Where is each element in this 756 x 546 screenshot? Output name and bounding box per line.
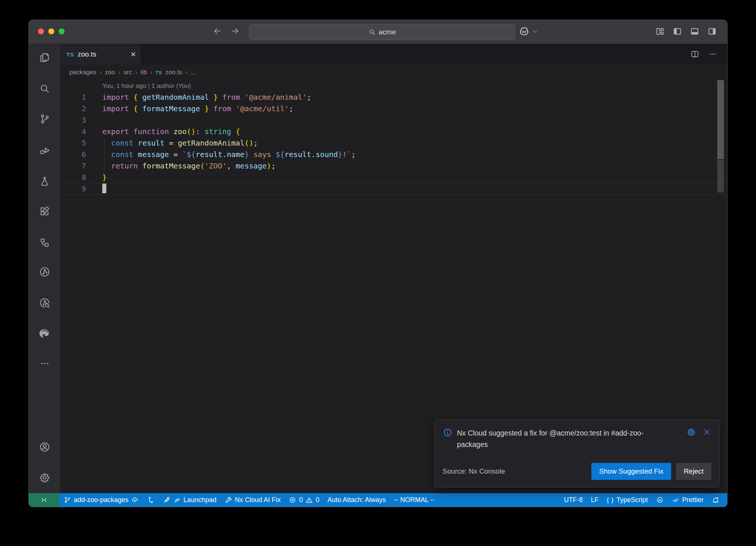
- activity-item-extensions[interactable]: [39, 205, 51, 217]
- status-item-language-mode[interactable]: { }TypeScript: [603, 493, 652, 507]
- status-item-label: Nx Cloud AI Fix: [235, 496, 281, 504]
- customize-layout-icon[interactable]: [655, 27, 665, 36]
- activity-item-settings[interactable]: [39, 472, 51, 484]
- toggle-sidebar-left-icon[interactable]: [673, 27, 682, 36]
- activity-item-project-structure[interactable]: [39, 237, 51, 249]
- typescript-file-icon: TS: [155, 70, 162, 75]
- activity-item-nx-console[interactable]: [39, 266, 51, 278]
- activity-item-explorer[interactable]: [39, 52, 51, 64]
- status-item-notifications-bell[interactable]: [708, 493, 724, 507]
- status-item-encoding[interactable]: UTF-8: [560, 493, 587, 507]
- activity-item-edge-tools[interactable]: [39, 328, 51, 339]
- status-bar: add-zoo-packagesLaunchpadNx Cloud AI Fix…: [29, 493, 727, 507]
- line-number: 7: [60, 160, 86, 172]
- notification-toast: Nx Cloud suggested a fix for @acme/zoo:t…: [434, 420, 720, 488]
- breadcrumb-item--[interactable]: ...: [191, 69, 196, 76]
- status-item-problems[interactable]: 00: [285, 493, 323, 507]
- status-item-copilot-status[interactable]: [652, 493, 668, 507]
- activity-item-nx-cloud[interactable]: [39, 297, 51, 309]
- zoom-button[interactable]: [59, 28, 65, 34]
- breadcrumb-item-zoo-ts[interactable]: zoo.ts: [165, 69, 182, 76]
- double-check-icon: [672, 496, 680, 504]
- notification-close-icon[interactable]: [702, 427, 711, 437]
- warning-count: 0: [316, 496, 319, 504]
- line-number: 2: [60, 103, 86, 115]
- show-suggested-fix-button[interactable]: Show Suggested Fix: [591, 463, 671, 480]
- copilot-icon[interactable]: [518, 25, 530, 37]
- error-icon: [289, 496, 296, 504]
- tab-strip: TS zoo.ts ×: [60, 44, 727, 65]
- status-item-branch[interactable]: add-zoo-packages: [59, 493, 143, 507]
- code-line-3: 3: [60, 115, 727, 126]
- search-value: acme: [379, 28, 396, 36]
- minimize-button[interactable]: [48, 28, 54, 34]
- toggle-panel-icon[interactable]: [690, 27, 700, 36]
- braces-icon: { }: [607, 496, 614, 504]
- breadcrumb-separator: ›: [135, 69, 137, 76]
- code-line-2: 2import { formatMessage } from '@acme/ut…: [60, 103, 727, 115]
- tab-close-icon[interactable]: ×: [131, 50, 136, 59]
- copilot-menu[interactable]: [518, 25, 538, 37]
- toggle-sidebar-right-icon[interactable]: [707, 27, 717, 36]
- forward-button[interactable]: [230, 26, 240, 36]
- breadcrumb-item-zoo[interactable]: zoo: [105, 69, 115, 76]
- status-item-label: Prettier: [682, 496, 704, 504]
- warning-icon: [305, 496, 313, 504]
- code-line-9: 9: [60, 183, 727, 195]
- remote-indicator[interactable]: [29, 493, 59, 507]
- line-number: 6: [60, 149, 86, 160]
- breadcrumb-separator: ›: [118, 69, 120, 76]
- status-item-label: LF: [591, 496, 599, 504]
- status-item-label: Auto Attach: Always: [327, 496, 386, 504]
- notification-source: Source: Nx Console: [443, 467, 505, 475]
- code-line-7: 7 return formatMessage('ZOO', message);: [60, 160, 727, 172]
- notification-settings-icon[interactable]: [687, 427, 696, 437]
- status-item-git-graph[interactable]: [143, 493, 159, 507]
- line-number: 5: [60, 137, 86, 149]
- activity-item-run-debug[interactable]: [39, 144, 51, 156]
- code-line-8: 8}: [60, 172, 727, 183]
- status-item-prettier[interactable]: Prettier: [668, 493, 708, 507]
- status-item-launchpad[interactable]: Launchpad: [159, 493, 220, 507]
- bell-dot-icon: [712, 496, 719, 504]
- breadcrumb-item-src[interactable]: src: [124, 69, 132, 76]
- typescript-file-icon: TS: [66, 51, 74, 58]
- activity-item-accounts[interactable]: [39, 441, 51, 453]
- status-item-vim-mode[interactable]: -- NORMAL --: [390, 493, 439, 507]
- split-editor-button[interactable]: [690, 50, 700, 59]
- activity-item-source-control[interactable]: [39, 113, 51, 125]
- activity-item-search[interactable]: [39, 83, 51, 95]
- tab-zoo-ts[interactable]: TS zoo.ts ×: [60, 44, 141, 65]
- git-branch-icon: [63, 496, 71, 504]
- status-item-label: UTF-8: [564, 496, 583, 504]
- back-button[interactable]: [213, 26, 222, 36]
- status-item-auto-attach[interactable]: Auto Attach: Always: [323, 493, 390, 507]
- breadcrumb: packages›zoo›src›lib›TSzoo.ts›...: [60, 65, 727, 80]
- plug-icon: [173, 496, 181, 504]
- line-number: 8: [60, 172, 86, 183]
- info-icon: [443, 427, 453, 450]
- remote-icon: [40, 496, 48, 504]
- activity-item-testing[interactable]: [39, 175, 51, 187]
- cloud-upload-icon: [131, 496, 139, 504]
- error-count: 0: [299, 496, 303, 504]
- status-item-nx-cloud-ai-fix[interactable]: Nx Cloud AI Fix: [220, 493, 285, 507]
- line-number: 3: [60, 115, 86, 126]
- status-item-eol[interactable]: LF: [587, 493, 603, 507]
- breadcrumb-item-packages[interactable]: packages: [69, 69, 96, 76]
- chevron-down-icon[interactable]: [532, 28, 538, 35]
- breadcrumb-item-lib[interactable]: lib: [141, 69, 147, 76]
- activity-item-more-views[interactable]: [39, 358, 51, 369]
- code-line-1: 1import { getRandomAnimal } from '@acme/…: [60, 92, 727, 103]
- command-center-search[interactable]: acme: [249, 24, 515, 40]
- copilot-icon: [656, 496, 664, 504]
- text-cursor: [102, 184, 106, 193]
- blame-annotation: You, 1 hour ago | 1 author (You): [60, 80, 727, 92]
- vscode-window: acme TS zoo.ts × packages›zoo›src›lib›TS…: [29, 20, 727, 507]
- breadcrumb-separator: ›: [150, 69, 152, 76]
- code-line-6: 6 const message = `${result.name} says $…: [60, 149, 727, 160]
- close-button[interactable]: [38, 28, 44, 34]
- rocket-icon: [163, 496, 171, 504]
- editor-more-actions-button[interactable]: [708, 50, 718, 59]
- reject-button[interactable]: Reject: [676, 463, 711, 480]
